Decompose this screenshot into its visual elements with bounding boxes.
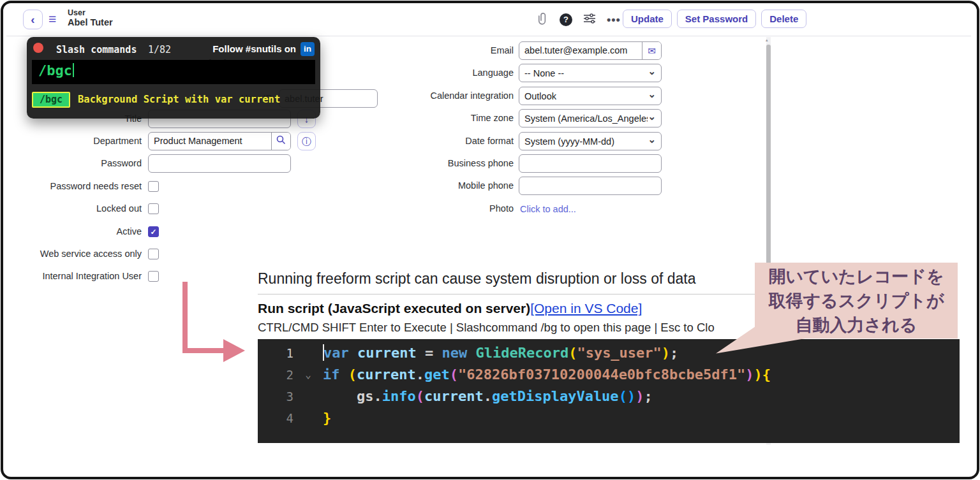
- fold-chevron-icon[interactable]: ⌄: [293, 364, 323, 386]
- code-text[interactable]: var current = new GlideRecord("sys_user"…: [323, 342, 960, 364]
- annotation-line: 取得するスクリプトが: [755, 289, 958, 313]
- email-field[interactable]: abel.tuter@example.com ✉: [519, 41, 662, 60]
- internal-integration-user-checkbox[interactable]: [148, 271, 159, 282]
- elbow-arrow: [171, 275, 254, 365]
- code-token: GlideRecord: [475, 345, 568, 361]
- linkedin-icon[interactable]: in: [301, 42, 315, 56]
- department-info-button[interactable]: ⓘ: [297, 132, 316, 150]
- text-caret: [73, 63, 74, 77]
- code-token: ;: [670, 345, 678, 361]
- help-icon[interactable]: ?: [560, 13, 572, 26]
- code-token: "62826bf03710200044e0bfc8bcbe5df1": [458, 367, 745, 382]
- code-text[interactable]: gs.info(current.getDisplayValue());: [323, 386, 960, 407]
- code-token: ): [627, 388, 635, 404]
- annotation-line: 開いていたレコードを: [755, 265, 958, 289]
- scroll-up-icon[interactable]: ▴: [766, 38, 768, 43]
- code-token: }: [323, 410, 331, 426]
- code-token: current: [424, 388, 484, 404]
- hamburger-menu-icon[interactable]: ≡: [48, 11, 56, 27]
- paperclip-icon[interactable]: [538, 12, 549, 27]
- code-token: new: [442, 345, 475, 361]
- web-service-access-only-checkbox[interactable]: [148, 249, 159, 259]
- active-checkbox[interactable]: ✓: [148, 226, 159, 237]
- info-icon: ⓘ: [302, 136, 311, 147]
- email-label: Email: [408, 41, 514, 60]
- code-line[interactable]: 4 }: [258, 407, 960, 429]
- department-lookup-button[interactable]: [271, 133, 290, 150]
- language-value: -- None --: [524, 68, 648, 78]
- fold-chevron-icon[interactable]: [293, 342, 323, 364]
- password-needs-reset-checkbox[interactable]: [148, 181, 159, 192]
- date-format-label: Date format: [408, 132, 514, 150]
- header-button-group: Update Set Password Delete: [623, 10, 806, 28]
- code-token: ): [662, 345, 670, 361]
- password-input[interactable]: [148, 154, 291, 173]
- locked-out-label: Locked out: [8, 200, 142, 218]
- more-options-icon[interactable]: •••: [607, 13, 621, 27]
- code-token: .: [416, 367, 424, 382]
- suggestion-command-chip[interactable]: /bgc: [32, 92, 70, 108]
- line-number: 2: [258, 364, 293, 386]
- code-line[interactable]: 3 gs.info(current.getDisplayValue());: [258, 386, 960, 407]
- code-token: (: [568, 345, 577, 361]
- slash-command-text: /bgc: [38, 62, 74, 78]
- code-text[interactable]: if (current.get("62826bf03710200044e0bfc…: [323, 364, 960, 386]
- time-zone-value: System (America/Los_Angeles): [524, 113, 648, 124]
- update-button[interactable]: Update: [623, 10, 672, 28]
- calendar-integration-select[interactable]: Outlook ⌄: [519, 87, 662, 105]
- business-phone-label: Business phone: [408, 154, 514, 173]
- set-password-button[interactable]: Set Password: [677, 10, 756, 28]
- code-token: get: [424, 367, 450, 382]
- execute-hint-text: CTRL/CMD SHIFT Enter to Execute | Slashc…: [258, 321, 715, 336]
- record-dot-icon: [33, 43, 43, 53]
- delete-button[interactable]: Delete: [761, 10, 806, 28]
- code-token: current: [357, 367, 416, 382]
- code-token: (: [619, 388, 627, 404]
- chevron-down-icon: ⌄: [648, 89, 656, 100]
- script-warning-text: Running freeform script can cause system…: [258, 270, 755, 289]
- record-name-label: Abel Tuter: [68, 17, 113, 27]
- business-phone-input[interactable]: [519, 154, 662, 173]
- overlay-follow-text: Follow #snutils on: [212, 43, 296, 54]
- code-token: info: [382, 388, 416, 404]
- header-divider: [6, 36, 971, 36]
- back-button[interactable]: ‹: [23, 10, 43, 29]
- calendar-integration-value: Outlook: [524, 91, 648, 101]
- date-format-select[interactable]: System (yyyy-MM-dd) ⌄: [519, 132, 662, 150]
- email-value[interactable]: abel.tuter@example.com: [519, 42, 642, 59]
- code-editor[interactable]: 1 var current = new GlideRecord("sys_use…: [258, 339, 960, 443]
- email-send-button[interactable]: ✉: [642, 42, 661, 59]
- locked-out-checkbox[interactable]: [148, 203, 159, 214]
- photo-add-link[interactable]: Click to add...: [520, 204, 576, 214]
- fold-chevron-icon[interactable]: [293, 407, 323, 429]
- password-needs-reset-label: Password needs reset: [8, 177, 142, 196]
- slash-command-input[interactable]: /bgc: [32, 60, 315, 84]
- department-value[interactable]: Product Management: [149, 133, 271, 150]
- code-line[interactable]: 1 var current = new GlideRecord("sys_use…: [258, 342, 960, 364]
- line-number: 4: [258, 407, 293, 429]
- slash-commands-overlay: Slash commands 1/82 Follow #snutils on i…: [27, 37, 320, 119]
- mobile-phone-input[interactable]: [519, 177, 662, 195]
- overlay-title: Slash commands: [56, 44, 137, 55]
- code-token: (: [450, 367, 458, 382]
- header-title: User Abel Tuter: [68, 8, 113, 27]
- chevron-down-icon: ⌄: [648, 66, 656, 77]
- code-token: ): [745, 367, 754, 382]
- time-zone-select[interactable]: System (America/Los_Angeles) ⌄: [519, 109, 662, 127]
- fold-chevron-icon[interactable]: [293, 386, 323, 407]
- code-token: if: [323, 367, 348, 382]
- screenshot-stage: ‹ ≡ User Abel Tuter ? ••• Update Set Pas…: [0, 0, 980, 480]
- personalize-sliders-icon[interactable]: [583, 13, 596, 26]
- code-text[interactable]: }: [323, 407, 960, 429]
- language-select[interactable]: -- None -- ⌄: [519, 64, 662, 82]
- web-service-access-only-label: Web service access only: [8, 245, 142, 263]
- department-field[interactable]: Product Management: [148, 132, 291, 150]
- line-number: 3: [258, 386, 293, 407]
- code-token: (: [416, 388, 424, 404]
- code-line[interactable]: 2 ⌄ if (current.get("62826bf03710200044e…: [258, 364, 960, 386]
- suggestion-description[interactable]: Background Script with var current: [78, 92, 280, 108]
- time-zone-label: Time zone: [408, 109, 514, 127]
- code-token: ;: [644, 388, 652, 404]
- open-vscode-link[interactable]: [Open in VS Code]: [530, 301, 642, 316]
- code-token: ): [635, 388, 644, 404]
